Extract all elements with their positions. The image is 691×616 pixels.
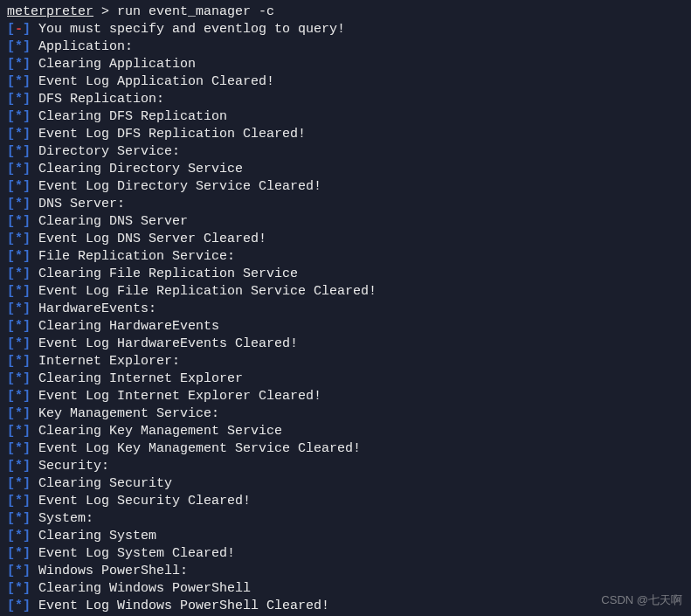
prompt-label: meterpreter [7,4,93,19]
info-bracket-close: ] [23,389,31,404]
star-icon: * [15,511,23,526]
star-icon: * [15,319,23,334]
info-bracket-open: [ [7,284,15,299]
output-text: Event Log Windows PowerShell Cleared! [31,599,329,613]
output-text: Clearing HardwareEvents [31,319,219,334]
error-line: [-] You must specify and eventlog to que… [7,21,684,38]
info-bracket-open: [ [7,371,15,386]
info-bracket-close: ] [23,511,31,526]
star-icon: * [15,92,23,107]
info-bracket-close: ] [23,529,31,543]
star-icon: * [15,232,23,246]
output-line: [*] Event Log Windows PowerShell Cleared… [7,598,684,615]
error-bracket-open: [ [7,22,15,37]
output-text: Clearing System [31,529,156,543]
output-text: Clearing Internet Explorer [31,371,243,386]
star-icon: * [15,144,23,159]
info-bracket-open: [ [7,459,15,474]
output-line: [*] Clearing DNS Server [7,213,684,231]
output-line: [*] Clearing Directory Service [7,161,684,178]
output-line: [*] Directory Service: [7,143,684,161]
output-line: [*] HardwareEvents: [7,301,684,318]
output-line: [*] DFS Replication: [7,91,684,108]
star-icon: * [15,162,23,176]
output-text: Internet Explorer: [31,354,180,369]
output-line: [*] Event Log DNS Server Cleared! [7,231,684,248]
info-bracket-open: [ [7,564,15,578]
output-line: [*] File Replication Service: [7,248,684,266]
info-bracket-open: [ [7,127,15,142]
output-text: Directory Service: [31,144,180,159]
star-icon: * [15,109,23,124]
info-bracket-close: ] [23,179,31,194]
star-icon: * [15,581,23,596]
star-icon: * [15,249,23,264]
info-bracket-close: ] [23,564,31,578]
output-text: Key Management Service: [31,406,219,421]
output-line: [*] Key Management Service: [7,405,684,423]
output-line: [*] Clearing Application [7,56,684,73]
info-bracket-open: [ [7,406,15,421]
output-line: [*] DNS Server: [7,196,684,213]
info-bracket-close: ] [23,424,31,439]
output-line: [*] Event Log Key Management Service Cle… [7,440,684,458]
output-text: DNS Server: [31,197,125,211]
info-bracket-close: ] [23,459,31,474]
prompt-line: meterpreter > run event_manager -c [7,3,684,21]
info-bracket-open: [ [7,197,15,211]
info-bracket-close: ] [23,354,31,369]
info-bracket-close: ] [23,406,31,421]
output-line: [*] Windows PowerShell: [7,563,684,580]
info-bracket-close: ] [23,599,31,613]
info-bracket-close: ] [23,546,31,561]
output-text: Event Log Internet Explorer Cleared! [31,389,321,404]
output-text: Application: [31,39,133,54]
output-line: [*] Application: [7,38,684,56]
star-icon: * [15,284,23,299]
star-icon: * [15,336,23,351]
info-bracket-open: [ [7,354,15,369]
output-text: Windows PowerShell: [31,564,188,578]
output-text: Clearing DNS Server [31,214,188,229]
output-text: Event Log System Cleared! [31,546,235,561]
info-bracket-open: [ [7,92,15,107]
output-line: [*] Event Log System Cleared! [7,545,684,563]
info-bracket-close: ] [23,127,31,142]
output-text: Clearing Security [31,476,172,491]
star-icon: * [15,529,23,543]
info-bracket-open: [ [7,266,15,281]
star-icon: * [15,441,23,456]
output-text: Security: [31,459,109,474]
info-bracket-open: [ [7,581,15,596]
output-line: [*] Security: [7,458,684,475]
info-bracket-open: [ [7,336,15,351]
info-bracket-open: [ [7,214,15,229]
info-bracket-close: ] [23,249,31,264]
info-bracket-open: [ [7,424,15,439]
output-line: [*] Clearing Security [7,475,684,493]
info-bracket-open: [ [7,319,15,334]
star-icon: * [15,57,23,72]
info-bracket-open: [ [7,179,15,194]
star-icon: * [15,599,23,613]
info-bracket-open: [ [7,74,15,89]
info-bracket-close: ] [23,109,31,124]
output-text: Event Log DNS Server Cleared! [31,232,266,246]
output-line: [*] Clearing Internet Explorer [7,370,684,388]
info-bracket-open: [ [7,39,15,54]
star-icon: * [15,74,23,89]
output-text: HardwareEvents: [31,301,156,316]
star-icon: * [15,476,23,491]
info-bracket-open: [ [7,511,15,526]
output-line: [*] Event Log Security Cleared! [7,493,684,510]
star-icon: * [15,197,23,211]
star-icon: * [15,354,23,369]
info-bracket-close: ] [23,214,31,229]
info-bracket-open: [ [7,301,15,316]
output-line: [*] Event Log Internet Explorer Cleared! [7,388,684,405]
info-bracket-open: [ [7,232,15,246]
output-line: [*] Event Log Directory Service Cleared! [7,178,684,196]
star-icon: * [15,214,23,229]
output-line: [*] Event Log File Replication Service C… [7,283,684,301]
output-text: Clearing Windows PowerShell [31,581,251,596]
